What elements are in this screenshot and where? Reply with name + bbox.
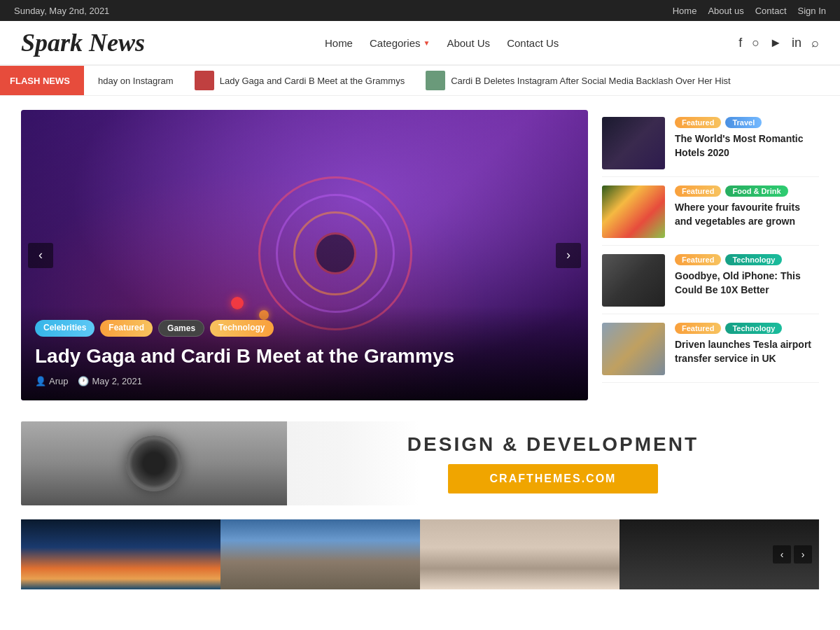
flash-text-1: Lady Gaga and Cardi B Meet at the Grammy… (220, 76, 405, 86)
date: Sunday, May 2nd, 2021 (14, 6, 109, 16)
topbar-contact[interactable]: Contact (755, 6, 787, 16)
facebook-icon[interactable]: f (738, 36, 742, 50)
youtube-icon[interactable]: ► (769, 36, 782, 50)
article-info-3: Featured Technology Driven launches Tesl… (675, 323, 819, 365)
bottom-card-face[interactable] (420, 519, 620, 589)
article-title-2: Goodbye, Old iPhone: This Could Be 10X B… (675, 270, 819, 297)
ad-title: DESIGN & DEVELOPMENT (407, 433, 699, 456)
bottom-card-img-dark: ‹ › (620, 519, 819, 589)
article-thumb-tesla (602, 323, 665, 375)
hero-slider: ‹ › Celebrities Featured Games Technolog… (21, 110, 588, 400)
tag-celebrities[interactable]: Celebrities (35, 320, 94, 337)
flash-item-1[interactable]: Lady Gaga and Cardi B Meet at the Grammy… (195, 71, 405, 90)
hero-title: Lady Gaga and Cardi B Meet at the Grammy… (35, 344, 574, 369)
ad-camera-visual (21, 421, 287, 505)
article-info-2: Featured Technology Goodbye, Old iPhone:… (675, 254, 819, 297)
bottom-prev-button[interactable]: ‹ (773, 545, 791, 564)
header: Spark News Home Categories ▼ About Us Co… (0, 21, 840, 65)
tag-featured[interactable]: Featured (100, 320, 153, 337)
badge-featured-3[interactable]: Featured (675, 323, 721, 334)
bottom-cards: ‹ › (0, 512, 840, 596)
badge-technology-3[interactable]: Technology (725, 323, 782, 334)
clock-icon: 🕐 (78, 376, 89, 386)
flash-thumb-2 (426, 71, 445, 90)
flash-text-2: Cardi B Deletes Instagram After Social M… (451, 76, 731, 86)
user-icon: 👤 (35, 376, 46, 386)
article-card-1[interactable]: Featured Food & Drink Where your favouri… (602, 178, 819, 246)
flash-items: hday on Instagram Lady Gaga and Cardi B … (84, 71, 840, 90)
article-card-2[interactable]: Featured Technology Goodbye, Old iPhone:… (602, 247, 819, 314)
bottom-card-dark[interactable]: ‹ › (620, 519, 819, 589)
article-info-1: Featured Food & Drink Where your favouri… (675, 186, 819, 228)
nav-contact[interactable]: Contact Us (507, 37, 559, 49)
badge-featured-0[interactable]: Featured (675, 117, 721, 128)
top-bar-links: Home About us Contact Sign In (673, 6, 826, 16)
article-info-0: Featured Travel The World's Most Romanti… (675, 117, 819, 160)
hero-next-button[interactable]: › (556, 243, 581, 268)
article-tags-2: Featured Technology (675, 254, 819, 265)
hero-date: 🕐 May 2, 2021 (78, 376, 142, 386)
topbar-home[interactable]: Home (673, 6, 697, 16)
camera-lens (126, 435, 182, 491)
badge-featured-1[interactable]: Featured (675, 186, 721, 197)
hero-prev-button[interactable]: ‹ (28, 243, 53, 268)
bottom-card-img-niagara (21, 519, 220, 589)
main-content: ‹ › Celebrities Featured Games Technolog… (0, 96, 840, 414)
flash-item-0[interactable]: hday on Instagram (98, 76, 174, 86)
article-tags-3: Featured Technology (675, 323, 819, 334)
article-title-0: The World's Most Romantic Hotels 2020 (675, 132, 819, 160)
chevron-down-icon: ▼ (424, 39, 430, 47)
bottom-card-rock[interactable] (220, 519, 420, 589)
bottom-card-img-rock (220, 519, 420, 589)
nav-about[interactable]: About Us (447, 37, 490, 49)
flash-item-2[interactable]: Cardi B Deletes Instagram After Social M… (426, 71, 731, 90)
article-title-1: Where your favourite fruits and vegetabl… (675, 201, 819, 228)
badge-food[interactable]: Food & Drink (725, 186, 788, 197)
search-icon[interactable]: ⌕ (811, 36, 819, 50)
badge-travel[interactable]: Travel (725, 117, 762, 128)
bottom-nav: ‹ › (773, 545, 812, 564)
flash-label: FLASH NEWS (0, 66, 84, 95)
ad-banner: DESIGN & DEVELOPMENT CRAFTHEMES.COM (21, 421, 819, 505)
article-thumb-hotels (602, 117, 665, 169)
hero-overlay: Celebrities Featured Games Technology La… (21, 306, 588, 400)
flash-news-bar: FLASH NEWS hday on Instagram Lady Gaga a… (0, 65, 840, 96)
hero-navigation: ‹ › (21, 243, 588, 268)
topbar-about[interactable]: About us (708, 6, 743, 16)
top-bar: Sunday, May 2nd, 2021 Home About us Cont… (0, 0, 840, 21)
tag-games[interactable]: Games (158, 320, 204, 337)
topbar-signin[interactable]: Sign In (798, 6, 826, 16)
linkedin-icon[interactable]: in (792, 36, 802, 50)
flash-thumb-1 (195, 71, 214, 90)
ad-text: DESIGN & DEVELOPMENT CRAFTHEMES.COM (287, 433, 819, 493)
main-nav: Home Categories ▼ About Us Contact Us (325, 37, 559, 49)
article-tags-1: Featured Food & Drink (675, 186, 819, 197)
bottom-card-niagara[interactable] (21, 519, 220, 589)
nav-categories[interactable]: Categories ▼ (370, 37, 430, 49)
sidebar-articles: Featured Travel The World's Most Romanti… (602, 110, 819, 400)
hero-meta: 👤 Arup 🕐 May 2, 2021 (35, 376, 574, 386)
logo[interactable]: Spark News (21, 28, 145, 57)
article-thumb-iphone (602, 254, 665, 307)
ad-cta-button[interactable]: CRAFTHEMES.COM (448, 464, 659, 493)
article-thumb-fruits (602, 186, 665, 238)
article-title-3: Driven launches Tesla airport transfer s… (675, 338, 819, 365)
article-card-0[interactable]: Featured Travel The World's Most Romanti… (602, 110, 819, 177)
badge-technology-2[interactable]: Technology (725, 254, 782, 265)
article-card-3[interactable]: Featured Technology Driven launches Tesl… (602, 316, 819, 383)
nav-home[interactable]: Home (325, 37, 353, 49)
hero-tags: Celebrities Featured Games Technology (35, 320, 574, 337)
badge-featured-2[interactable]: Featured (675, 254, 721, 265)
instagram-icon[interactable]: ○ (752, 36, 760, 50)
bottom-card-img-face (420, 519, 620, 589)
article-tags-0: Featured Travel (675, 117, 819, 128)
tag-technology[interactable]: Technology (210, 320, 273, 337)
flash-text-0: hday on Instagram (98, 76, 174, 86)
bottom-next-button[interactable]: › (794, 545, 812, 564)
header-icons: f ○ ► in ⌕ (738, 36, 819, 50)
hero-author: 👤 Arup (35, 376, 68, 386)
